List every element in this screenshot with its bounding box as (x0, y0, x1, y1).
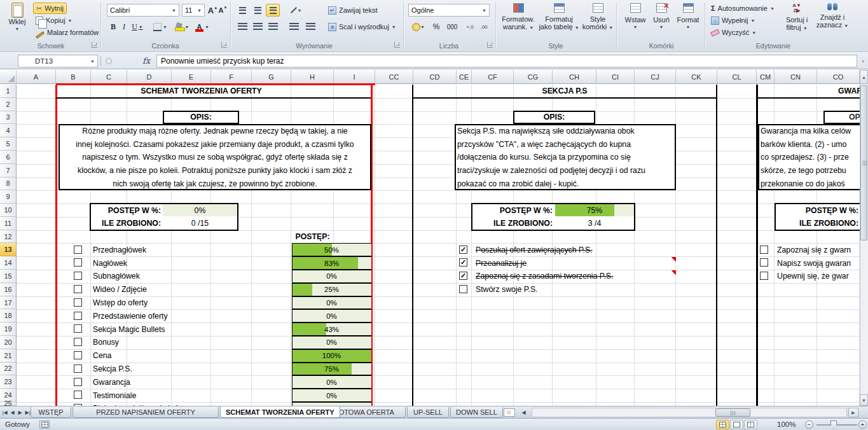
copy-button[interactable]: Kopiuj ▼ (33, 15, 75, 26)
wrap-text-button[interactable]: ↵ Zawijaj tekst (326, 4, 380, 16)
normal-view-button[interactable] (716, 420, 729, 429)
column-header-A[interactable]: A (17, 70, 56, 84)
page-layout-view-button[interactable] (730, 420, 743, 429)
column-header-CM[interactable]: CM (757, 70, 775, 84)
format-as-table-button[interactable]: Formatuj jako tabelę ▼ (539, 3, 579, 43)
sheet-tab-up-sell[interactable]: UP-SELL (407, 407, 449, 418)
italic-button[interactable]: I (120, 21, 128, 33)
dialog-launcher-icon[interactable] (487, 42, 493, 48)
cell-styles-button[interactable]: Style komórki ▼ (581, 3, 614, 43)
row-header-17[interactable]: 17 (0, 296, 17, 310)
comma-style-button[interactable]: 000 (444, 20, 460, 33)
merge-center-button[interactable]: a Scal i wyśrodkuj ▼ (326, 21, 399, 32)
horizontal-scrollbar-track[interactable] (532, 408, 847, 417)
insert-worksheet-button[interactable] (504, 408, 515, 417)
row-header-1[interactable]: 1 (0, 85, 17, 98)
row-header-23[interactable]: 23 (0, 375, 17, 389)
checkbox[interactable] (74, 378, 82, 386)
checkbox[interactable] (760, 258, 768, 267)
checkbox[interactable] (74, 298, 82, 307)
align-top-button[interactable] (235, 4, 249, 17)
tab-split-handle[interactable]: ◀ (520, 408, 527, 417)
prev-sheet-button[interactable]: ◀ (9, 408, 16, 417)
row-header-2[interactable]: 2 (0, 98, 17, 111)
borders-button[interactable]: ▼ (151, 21, 169, 33)
zoom-in-button[interactable]: + (858, 420, 867, 429)
column-header-CF[interactable]: CF (472, 70, 514, 84)
row-header-22[interactable]: 22 (0, 363, 17, 376)
column-header-CH[interactable]: CH (553, 70, 596, 84)
zoom-slider-track[interactable] (816, 424, 857, 426)
checkbox[interactable] (74, 338, 82, 346)
delete-cells-button[interactable]: ✕ Usuń ▼ (650, 3, 673, 43)
row-header-10[interactable]: 10 (0, 204, 17, 217)
page-break-view-button[interactable] (744, 420, 757, 429)
dialog-launcher-icon[interactable] (394, 42, 400, 48)
align-left-button[interactable] (235, 20, 249, 32)
column-header-B[interactable]: B (56, 70, 91, 84)
fx-icon[interactable]: fx (142, 56, 150, 66)
row-header-7[interactable]: 7 (0, 164, 17, 177)
column-header-CO[interactable]: CO (817, 70, 860, 84)
row-header-18[interactable]: 18 (0, 309, 17, 322)
spreadsheet-grid[interactable]: ABCDEFGHICCCDCECFCGCHCICJCKCLCMCNCO12345… (0, 70, 860, 406)
column-header-G[interactable]: G (252, 70, 291, 84)
row-header-8[interactable]: 8 (0, 177, 17, 191)
grow-font-button[interactable]: A▲ (207, 4, 218, 17)
scroll-down-button[interactable]: ▼ (860, 394, 868, 406)
zoom-level-label[interactable]: 100% (777, 420, 796, 428)
expand-formula-bar-button[interactable]: ˅ (858, 56, 867, 66)
checkbox-checked[interactable]: ✓ (459, 246, 467, 254)
percent-style-button[interactable]: % (430, 20, 443, 33)
font-color-button[interactable]: A▼ (193, 21, 211, 33)
conditional-formatting-button[interactable]: Formatow. warunk. ▼ (500, 3, 537, 43)
row-header-20[interactable]: 20 (0, 336, 17, 349)
font-family-combo[interactable]: Calibri▼ (107, 4, 179, 17)
row-header-5[interactable]: 5 (0, 137, 17, 151)
column-header-CK[interactable]: CK (676, 70, 717, 84)
sheet-tab-schemat-tworzenia-oferty[interactable]: SCHEMAT TWORZENIA OFERTY (220, 406, 340, 418)
decrease-indent-button[interactable] (286, 20, 301, 32)
sheet-tab-down-sell[interactable]: DOWN SELL (450, 407, 503, 418)
row-header-6[interactable]: 6 (0, 151, 17, 164)
row-header-3[interactable]: 3 (0, 111, 17, 125)
name-box[interactable]: DT13 ▼ (18, 55, 98, 67)
row-header-21[interactable]: 21 (0, 349, 17, 363)
shrink-font-button[interactable]: A▼ (218, 4, 228, 17)
next-sheet-button[interactable]: ▶ (17, 408, 24, 417)
checkbox[interactable] (760, 246, 768, 254)
checkbox[interactable] (74, 324, 82, 333)
row-header-12[interactable]: 12 (0, 230, 17, 244)
sheet-tab-przed-napisaniem-oferty[interactable]: PRZED NAPISANIEM OFERTY (72, 407, 219, 418)
dialog-launcher-icon[interactable] (221, 42, 227, 48)
checkbox[interactable] (74, 285, 82, 293)
checkbox[interactable] (74, 351, 82, 359)
checkbox[interactable] (74, 272, 82, 280)
font-size-combo[interactable]: 11▼ (182, 4, 205, 17)
column-header-E[interactable]: E (172, 70, 211, 84)
accounting-format-button[interactable]: ▼ (410, 20, 427, 33)
dialog-launcher-icon[interactable] (92, 42, 97, 48)
fill-button[interactable]: ↓ Wypełnij ▼ (708, 15, 757, 26)
checkbox[interactable] (74, 364, 82, 373)
select-all-corner[interactable] (0, 70, 17, 84)
formula-input[interactable]: Ponownie umieść przycisk kup teraz (156, 55, 857, 67)
row-header-19[interactable]: 19 (0, 322, 17, 336)
checkbox[interactable] (760, 272, 768, 280)
column-header-CN[interactable]: CN (775, 70, 817, 84)
format-cells-button[interactable]: Format ▼ (674, 3, 702, 43)
checkbox[interactable] (459, 285, 467, 293)
column-header-C[interactable]: C (91, 70, 127, 84)
column-header-H[interactable]: H (291, 70, 334, 84)
number-format-combo[interactable]: Ogólne▼ (408, 4, 490, 17)
fill-color-button[interactable]: ▼ (173, 21, 191, 33)
checkbox[interactable] (74, 312, 82, 320)
column-header-D[interactable]: D (127, 70, 172, 84)
bold-button[interactable]: B (108, 21, 118, 33)
increase-indent-button[interactable] (303, 20, 318, 32)
row-header-13[interactable]: 13 (0, 243, 17, 256)
insert-cells-button[interactable]: Wstaw ▼ (622, 3, 649, 43)
checkbox[interactable] (74, 258, 82, 267)
column-header-CL[interactable]: CL (717, 70, 757, 84)
sort-filter-button[interactable]: A▼Z▶ Sortuj i filtruj ▼ (781, 3, 813, 43)
